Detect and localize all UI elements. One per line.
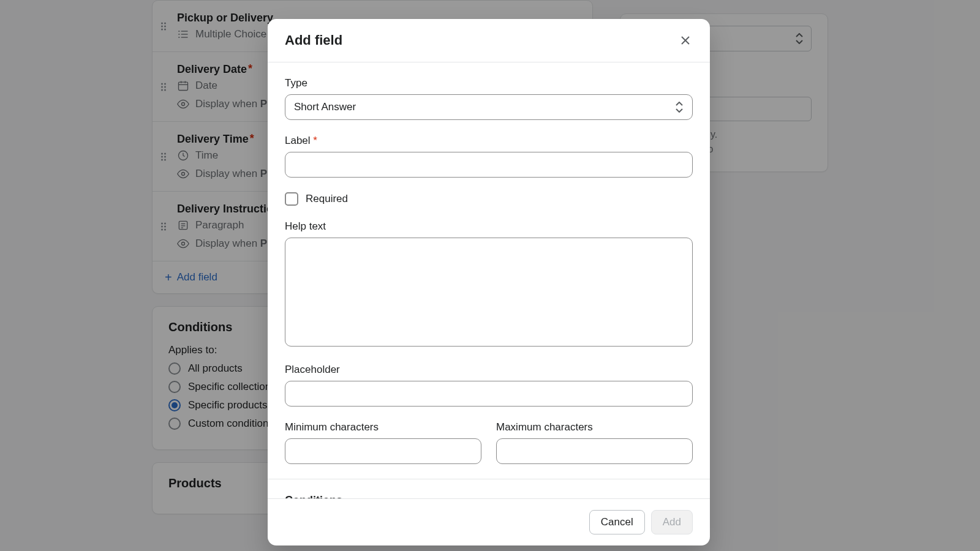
close-button[interactable] <box>678 33 693 48</box>
placeholder-input[interactable] <box>285 381 693 407</box>
min-chars-input[interactable] <box>285 438 481 464</box>
checkbox-icon <box>285 192 298 206</box>
modal-title: Add field <box>285 32 342 48</box>
required-checkbox-row[interactable]: Required <box>285 192 693 206</box>
modal-body: Type Short Answer Label * Required Help … <box>268 62 710 498</box>
required-star-icon: * <box>313 135 317 146</box>
modal-header: Add field <box>268 19 710 62</box>
placeholder-label: Placeholder <box>285 364 693 376</box>
close-icon <box>680 36 690 45</box>
help-text-label: Help text <box>285 220 693 233</box>
conditions-heading: Conditions <box>285 494 693 498</box>
type-select[interactable]: Short Answer <box>285 94 693 120</box>
required-checkbox-label: Required <box>306 193 348 205</box>
max-chars-input[interactable] <box>496 438 693 464</box>
modal-footer: Cancel Add <box>268 498 710 545</box>
label-input[interactable] <box>285 152 693 178</box>
section-divider <box>268 479 710 479</box>
add-button[interactable]: Add <box>651 510 693 534</box>
help-text-textarea[interactable] <box>285 238 693 347</box>
max-chars-label: Maximum characters <box>496 421 693 433</box>
chevron-updown-icon <box>675 102 684 113</box>
type-label: Type <box>285 77 693 89</box>
label-label: Label * <box>285 135 693 147</box>
type-select-value: Short Answer <box>294 101 356 113</box>
min-chars-label: Minimum characters <box>285 421 481 433</box>
add-field-modal: Add field Type Short Answer Label * <box>268 19 710 545</box>
cancel-button[interactable]: Cancel <box>589 510 645 534</box>
